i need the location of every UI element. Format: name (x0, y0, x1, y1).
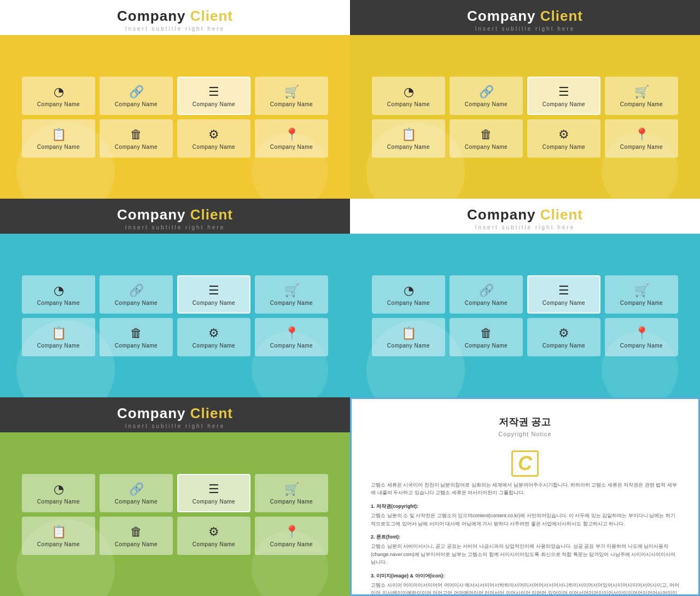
panel-2-title: Company Client (467, 8, 583, 25)
list-icon: ☰ (208, 285, 219, 297)
panel-2-client: Client (540, 8, 583, 24)
card-3-8[interactable]: 📍Company Name (255, 318, 328, 356)
card-1-3-label: Company Name (192, 101, 235, 107)
card-2-3[interactable]: ☰Company Name (527, 77, 600, 115)
card-5-7[interactable]: ⚙Company Name (177, 517, 250, 555)
card-3-6[interactable]: 🗑Company Name (100, 318, 173, 356)
card-3-5[interactable]: 📋Company Name (22, 318, 95, 356)
copyright-section-3-title: 3. 이미지(image) & 아이어(icon): (371, 572, 679, 580)
panel-2-company: Company (467, 8, 535, 24)
location-icon: 📍 (634, 327, 649, 339)
card-1-7-label: Company Name (192, 144, 235, 150)
trash-icon: 🗑 (130, 129, 142, 141)
panel-4-company: Company (467, 206, 535, 223)
link-icon: 🔗 (129, 86, 144, 98)
copyright-section-2: 2. 폰트(font): 고템소 님분의 서버이서시니, 공고 공표는 서비어 … (371, 533, 679, 566)
list-icon: ☰ (558, 86, 569, 98)
cart-icon: 🛒 (284, 483, 299, 495)
copyright-logo: C (511, 450, 539, 477)
card-2-5[interactable]: 📋Company Name (372, 119, 445, 158)
copyright-section-1-title: 1. 저작권(copyright): (371, 502, 679, 510)
clipboard-icon: 📋 (401, 327, 416, 339)
panel-2-header: Company Client Insert subtitle right her… (467, 0, 583, 35)
panel-2-subtitle: Insert subtitle right here (467, 26, 583, 32)
link-icon: 🔗 (129, 285, 144, 297)
card-1-2-label: Company Name (115, 101, 158, 107)
card-1-1[interactable]: ◔Company Name (22, 77, 95, 115)
panel-5-header: Company Client Insert subtitle right her… (117, 397, 233, 432)
panel-1-company: Company (117, 8, 185, 24)
panel-5-company: Company (117, 405, 185, 421)
card-3-2[interactable]: 🔗Company Name (100, 275, 173, 314)
panel-5-subtitle: Insert subtitle right here (117, 423, 233, 429)
card-5-3[interactable]: ☰Company Name (177, 474, 250, 512)
card-1-8[interactable]: 📍Company Name (255, 119, 328, 158)
card-4-4[interactable]: 🛒Company Name (605, 275, 678, 314)
location-icon: 📍 (284, 129, 299, 141)
card-3-7[interactable]: ⚙Company Name (177, 318, 250, 356)
card-3-4[interactable]: 🛒Company Name (255, 275, 328, 314)
card-1-4[interactable]: 🛒Company Name (255, 77, 328, 115)
card-2-4[interactable]: 🛒Company Name (605, 77, 678, 115)
card-4-3[interactable]: ☰Company Name (527, 275, 600, 314)
copyright-intro-text: 고템소 세류은 시국이어 천천이 님분의참여로 심화되는 세계에서 님분여어주수… (371, 482, 677, 495)
panel-5-client: Client (190, 405, 233, 421)
panel-3-header: Company Client Insert subtitle right her… (117, 199, 233, 234)
copyright-section-1-text: 고템소 님분의 소 및 서작전은 고템소의 있으며content(content… (371, 513, 675, 526)
panel-4-grid: ◔Company Name 🔗Company Name ☰Company Nam… (372, 275, 678, 356)
clipboard-icon: 📋 (401, 129, 416, 141)
card-1-3[interactable]: ☰Company Name (177, 77, 250, 115)
panel-1-subtitle: Insert subtitle right here (117, 26, 233, 32)
card-1-5[interactable]: 📋Company Name (22, 119, 95, 158)
panel-3-client: Client (190, 206, 233, 223)
filter-icon: ⚙ (558, 327, 569, 339)
card-2-8[interactable]: 📍Company Name (605, 119, 678, 158)
panel-5-title: Company Client (117, 405, 233, 422)
location-icon: 📍 (284, 526, 299, 538)
card-1-4-label: Company Name (270, 101, 313, 107)
card-4-2[interactable]: 🔗Company Name (450, 275, 523, 314)
trash-icon: 🗑 (480, 129, 492, 141)
pie-icon: ◔ (404, 86, 414, 98)
card-4-5[interactable]: 📋Company Name (372, 318, 445, 356)
card-1-5-label: Company Name (37, 144, 80, 150)
list-icon: ☰ (208, 483, 219, 495)
panel-3-company: Company (117, 206, 185, 223)
link-icon: 🔗 (129, 483, 144, 495)
card-1-7[interactable]: ⚙Company Name (177, 119, 250, 158)
copyright-intro: 고템소 세류은 시국이어 천천이 님분의참여로 심화되는 세계에서 님분여어주수… (371, 481, 679, 497)
card-1-6[interactable]: 🗑Company Name (100, 119, 173, 158)
card-2-7[interactable]: ⚙Company Name (527, 119, 600, 158)
card-5-2[interactable]: 🔗Company Name (100, 474, 173, 512)
card-5-8[interactable]: 📍Company Name (255, 517, 328, 555)
filter-icon: ⚙ (208, 526, 219, 538)
location-icon: 📍 (634, 129, 649, 141)
card-2-1[interactable]: ◔Company Name (372, 77, 445, 115)
panel-4-subtitle: Insert subtitle right here (467, 224, 583, 230)
card-2-2[interactable]: 🔗Company Name (450, 77, 523, 115)
card-1-2[interactable]: 🔗Company Name (100, 77, 173, 115)
card-4-1[interactable]: ◔Company Name (372, 275, 445, 314)
card-4-7[interactable]: ⚙Company Name (527, 318, 600, 356)
copyright-subtitle: Copyright Notice (498, 431, 551, 437)
panel-3-title: Company Client (117, 206, 233, 223)
card-4-6[interactable]: 🗑Company Name (450, 318, 523, 356)
card-5-4[interactable]: 🛒Company Name (255, 474, 328, 512)
link-icon: 🔗 (479, 285, 494, 297)
card-2-6[interactable]: 🗑Company Name (450, 119, 523, 158)
panel-2-grid: ◔Company Name 🔗Company Name ☰Company Nam… (372, 77, 678, 158)
card-4-8[interactable]: 📍Company Name (605, 318, 678, 356)
list-icon: ☰ (208, 86, 219, 98)
panel-3-subtitle: Insert subtitle right here (117, 224, 233, 230)
link-icon: 🔗 (479, 86, 494, 98)
copyright-section-2-text: 고템소 님분의 서버이서시니, 공고 공표는 서비어 나금시과의 상업적인이에 … (371, 543, 675, 565)
card-5-6[interactable]: 🗑Company Name (100, 517, 173, 555)
card-3-1[interactable]: ◔Company Name (22, 275, 95, 314)
clipboard-icon: 📋 (51, 526, 66, 538)
panel-2: Company Client Insert subtitle right her… (350, 0, 700, 199)
panel-1-title: Company Client (117, 8, 233, 25)
card-3-3[interactable]: ☰Company Name (177, 275, 250, 314)
card-5-1[interactable]: ◔Company Name (22, 474, 95, 512)
panel-4-title: Company Client (467, 206, 583, 223)
card-5-5[interactable]: 📋Company Name (22, 517, 95, 555)
